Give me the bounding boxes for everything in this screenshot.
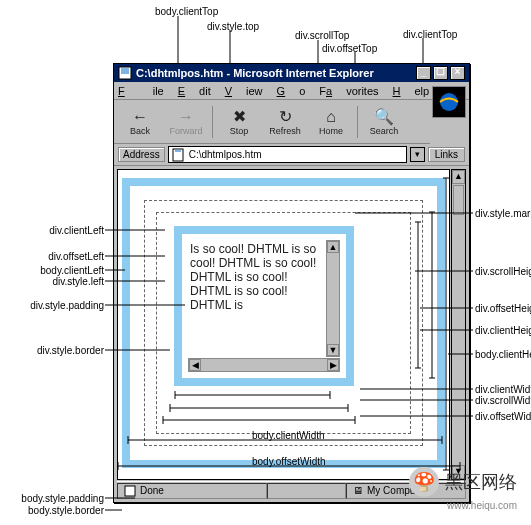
toolbar: ←Back →Forward ✖Stop ↻Refresh ⌂Home 🔍Sea… [114, 100, 430, 144]
toolbar-separator [357, 106, 358, 138]
ie-page-icon [118, 66, 132, 80]
page-body-padding: Is so cool! DHTML is so cool! DHTML is s… [130, 186, 437, 460]
label-body-style-padding: body.style.padding [21, 493, 104, 504]
menu-file[interactable]: File [118, 85, 164, 97]
label-div-offsetLeft: div.offsetLeft [48, 251, 104, 262]
label-div-clientWidth: div.clientWidth [475, 384, 531, 395]
label-div-style-padding: div.style.padding [30, 300, 104, 311]
label-body-style-border: body.style.border [28, 505, 104, 516]
div-border: Is so cool! DHTML is so cool! DHTML is s… [174, 226, 354, 386]
svg-rect-3 [125, 486, 135, 496]
div-box: Is so cool! DHTML is so cool! DHTML is s… [174, 226, 354, 386]
ie-logo [432, 86, 466, 118]
address-input[interactable]: C:\dhtmlpos.htm [168, 146, 407, 163]
label-div-style-border: div.style.border [37, 345, 104, 356]
links-button[interactable]: Links [428, 147, 465, 162]
watermark-url: www.heiqu.com [447, 500, 517, 511]
menu-edit[interactable]: Edit [178, 85, 211, 97]
label-body-clientTop: body.clientTop [155, 6, 218, 17]
div-content: Is so cool! DHTML is so cool! DHTML is s… [188, 240, 325, 357]
min-button[interactable]: _ [416, 66, 431, 80]
menu-view[interactable]: View [225, 85, 263, 97]
close-button[interactable]: × [450, 66, 465, 80]
refresh-icon: ↻ [279, 108, 292, 126]
home-button[interactable]: ⌂Home [309, 103, 353, 141]
div-scroll-area: Is so cool! DHTML is so cool! DHTML is s… [188, 240, 340, 372]
address-dropdown[interactable]: ▾ [410, 147, 425, 162]
label-div-style-left: div.style.left [53, 276, 105, 287]
label-div-offsetWidth: div.offsetWidth [475, 411, 531, 422]
viewport-scrollbar-vertical[interactable]: ▲ ▼ [451, 169, 466, 480]
back-button[interactable]: ←Back [118, 103, 162, 141]
label-div-scrollTop: div.scrollTop [295, 30, 349, 41]
done-icon [124, 485, 136, 497]
max-button[interactable]: ☐ [433, 66, 448, 80]
label-body-offsetWidth: body.offsetWidth [252, 456, 326, 467]
home-icon: ⌂ [326, 108, 336, 126]
label-body-clientLeft: body.clientLeft [40, 265, 104, 276]
toolbar-separator [212, 106, 213, 138]
window-title: C:\dhtmlpos.htm - Microsoft Internet Exp… [136, 67, 416, 79]
div-scrollbar-horizontal[interactable]: ◀▶ [188, 358, 340, 372]
label-div-style-top: div.style.top [207, 21, 259, 32]
menubar: File Edit View Go Favorites Help [114, 82, 469, 100]
svg-point-1 [440, 93, 458, 111]
label-div-offsetTop: div.offsetTop [322, 43, 377, 54]
stop-icon: ✖ [233, 108, 246, 126]
label-div-scrollWidth: div.scrollWidth [475, 395, 531, 406]
titlebar: C:\dhtmlpos.htm - Microsoft Internet Exp… [114, 64, 469, 82]
forward-button[interactable]: →Forward [164, 103, 208, 141]
page-body-border: Is so cool! DHTML is so cool! DHTML is s… [122, 178, 445, 468]
div-padding: Is so cool! DHTML is so cool! DHTML is s… [182, 234, 346, 378]
zone-icon: 🖥 [353, 485, 363, 496]
status-done: Done [140, 485, 164, 496]
label-div-clientLeft: div.clientLeft [49, 225, 104, 236]
status-zone: My Computer [367, 485, 427, 496]
label-div-scrollHeight: div.scrollHeight [475, 266, 531, 277]
address-value: C:\dhtmlpos.htm [189, 149, 262, 160]
search-button[interactable]: 🔍Search [362, 103, 406, 141]
label-div-clientHeight: div.clientHeight [475, 325, 531, 336]
label-body-clientHeight: body.clientHeight [475, 349, 531, 360]
menu-help[interactable]: Help [393, 85, 430, 97]
stop-button[interactable]: ✖Stop [217, 103, 261, 141]
back-icon: ← [132, 108, 148, 126]
label-div-clientTop: div.clientTop [403, 29, 457, 40]
file-icon [172, 148, 186, 162]
label-div-style-margin: div.style.margin [475, 208, 531, 219]
address-label: Address [118, 147, 165, 162]
menu-go[interactable]: Go [277, 85, 306, 97]
label-body-clientWidth: body.clientWidth [252, 430, 325, 441]
forward-icon: → [178, 108, 194, 126]
statusbar: Done 🖥My Computer [117, 481, 466, 499]
refresh-button[interactable]: ↻Refresh [263, 103, 307, 141]
address-bar: Address C:\dhtmlpos.htm ▾ Links [114, 144, 469, 166]
label-div-offsetHeight: div.offsetHeight [475, 303, 531, 314]
div-scrollbar-vertical[interactable]: ▲▼ [326, 240, 340, 357]
search-icon: 🔍 [374, 108, 394, 126]
menu-favorites[interactable]: Favorites [319, 85, 378, 97]
